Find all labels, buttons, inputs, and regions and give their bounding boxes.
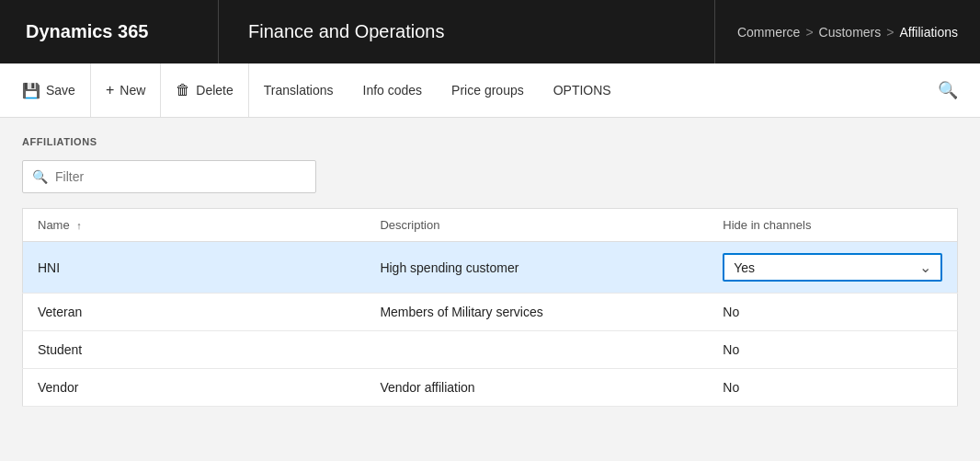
content-area: AFFILIATIONS 🔍 Name ↑ Description Hide i… <box>0 118 980 425</box>
column-header-description: Description <box>365 209 708 242</box>
delete-icon: 🗑 <box>176 82 190 98</box>
filter-input-wrap: 🔍 <box>22 160 316 193</box>
column-header-name[interactable]: Name ↑ <box>23 209 366 242</box>
breadcrumb-customers[interactable]: Customers <box>819 25 882 40</box>
table-row[interactable]: VeteranMembers of Military servicesNo <box>23 294 958 331</box>
dropdown-value: Yes <box>734 260 755 275</box>
breadcrumb-affiliations: Affiliations <box>899 25 958 40</box>
breadcrumb-commerce[interactable]: Commerce <box>737 25 800 40</box>
column-header-hide-in-channels: Hide in channels <box>708 209 957 242</box>
breadcrumb-sep1: > <box>805 25 813 40</box>
cell-description: High spending customer <box>365 242 708 294</box>
dynamics-title: Dynamics 365 <box>26 21 148 42</box>
affiliations-table: Name ↑ Description Hide in channels HNIH… <box>22 208 958 407</box>
delete-button[interactable]: 🗑 Delete <box>161 63 248 117</box>
cell-hide-in-channels: No <box>708 294 957 331</box>
cell-name: HNI <box>23 242 366 294</box>
cell-name: Vendor <box>23 369 366 407</box>
hide-channels-dropdown[interactable]: Yes⌄ <box>723 253 942 282</box>
table-header-row: Name ↑ Description Hide in channels <box>23 209 958 242</box>
cell-hide-in-channels[interactable]: Yes⌄ <box>708 242 957 294</box>
new-button[interactable]: + New <box>91 63 161 117</box>
section-title: AFFILIATIONS <box>22 136 958 147</box>
dynamics-logo[interactable]: Dynamics 365 <box>0 0 219 63</box>
filter-input[interactable] <box>55 169 306 184</box>
table-row[interactable]: HNIHigh spending customerYes⌄ <box>23 242 958 294</box>
translations-button[interactable]: Translations <box>249 63 348 117</box>
sort-icon-name: ↑ <box>76 220 82 231</box>
table-row[interactable]: VendorVendor affiliationNo <box>23 369 958 407</box>
cell-name: Student <box>23 331 366 369</box>
top-nav: Dynamics 365 Finance and Operations Comm… <box>0 0 980 63</box>
save-icon: 💾 <box>22 82 40 99</box>
search-icon[interactable]: 🔍 <box>938 80 958 100</box>
new-icon: + <box>106 82 114 98</box>
filter-search-icon: 🔍 <box>32 169 48 184</box>
cell-hide-in-channels: No <box>708 331 957 369</box>
cell-hide-in-channels: No <box>708 369 957 407</box>
info-codes-button[interactable]: Info codes <box>348 63 438 117</box>
module-title: Finance and Operations <box>219 0 715 63</box>
breadcrumb: Commerce > Customers > Affiliations <box>715 0 980 63</box>
breadcrumb-sep2: > <box>886 25 894 40</box>
filter-container: 🔍 <box>22 160 958 193</box>
toolbar-search[interactable]: 🔍 <box>923 80 973 100</box>
cell-description: Vendor affiliation <box>365 369 708 407</box>
price-groups-button[interactable]: Price groups <box>437 63 539 117</box>
save-button[interactable]: 💾 Save <box>7 63 91 117</box>
table-row[interactable]: StudentNo <box>23 331 958 369</box>
options-button[interactable]: OPTIONS <box>539 63 626 117</box>
cell-description: Members of Military services <box>365 294 708 331</box>
chevron-down-icon: ⌄ <box>919 259 931 276</box>
cell-description <box>365 331 708 369</box>
toolbar: 💾 Save + New 🗑 Delete Translations Info … <box>0 63 980 118</box>
cell-name: Veteran <box>23 294 366 331</box>
